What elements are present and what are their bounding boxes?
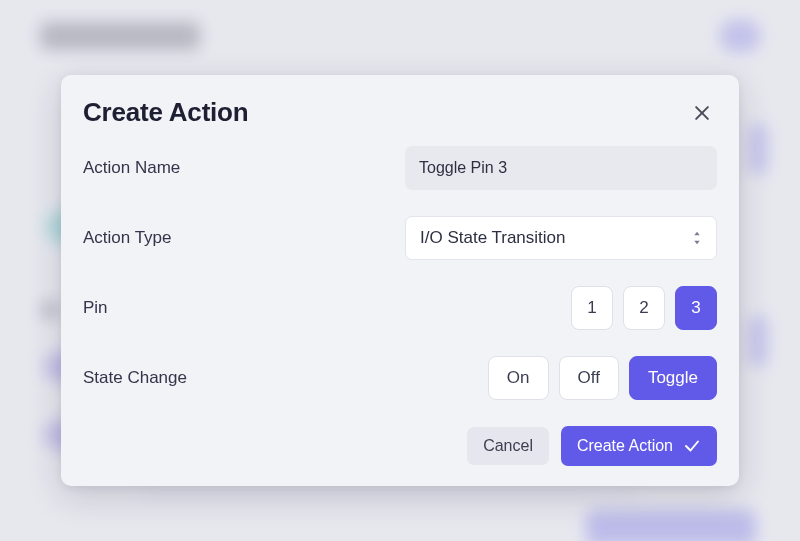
state-option-off[interactable]: Off [559,356,619,400]
action-type-select[interactable]: I/O State Transition [405,216,717,260]
row-action-name: Action Name [83,146,717,190]
check-icon [683,437,701,455]
cancel-button[interactable]: Cancel [467,427,549,465]
row-action-type: Action Type I/O State Transition [83,216,717,260]
label-action-type: Action Type [83,228,172,248]
label-state-change: State Change [83,368,187,388]
label-action-name: Action Name [83,158,180,178]
action-name-input[interactable] [405,146,717,190]
modal-header: Create Action [83,97,717,128]
pin-option-2[interactable]: 2 [623,286,665,330]
create-action-modal: Create Action Action Name Action Type I/… [61,75,739,486]
close-icon [692,103,712,123]
create-action-button[interactable]: Create Action [561,426,717,466]
state-option-toggle[interactable]: Toggle [629,356,717,400]
pin-option-3[interactable]: 3 [675,286,717,330]
state-option-group: On Off Toggle [488,356,717,400]
state-option-on[interactable]: On [488,356,549,400]
chevron-updown-icon [690,229,704,247]
modal-footer: Cancel Create Action [83,426,717,466]
pin-option-group: 1 2 3 [571,286,717,330]
row-pin: Pin 1 2 3 [83,286,717,330]
row-state-change: State Change On Off Toggle [83,356,717,400]
modal-title: Create Action [83,97,248,128]
close-button[interactable] [687,98,717,128]
create-action-button-label: Create Action [577,437,673,455]
pin-option-1[interactable]: 1 [571,286,613,330]
action-type-value: I/O State Transition [420,228,566,248]
label-pin: Pin [83,298,108,318]
